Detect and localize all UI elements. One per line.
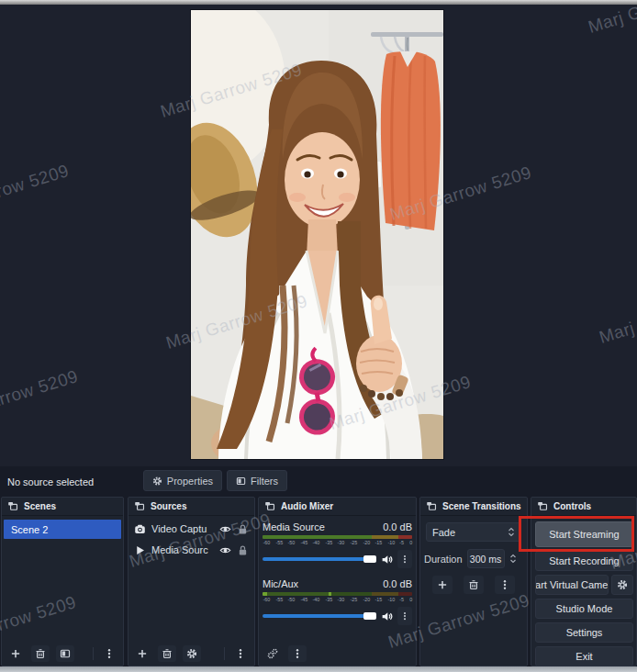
channel-level-db: 0.0 dB [383,521,412,533]
kebab-icon [400,610,409,622]
video-content [191,10,443,459]
duration-stepper[interactable] [509,554,517,564]
filter-icon [236,476,246,487]
remove-scene-button[interactable] [31,645,50,662]
add-scene-button[interactable] [6,645,25,662]
audio-mixer-panel-title: Audio Mixer [281,501,333,511]
meter-tick-label: -25 [350,597,357,602]
meter-tick-label: -55 [275,597,283,602]
chevron-down-icon [509,559,517,564]
start-virtual-camera-button[interactable]: tart Virtual Camer [535,575,609,595]
virtual-camera-settings-button[interactable] [611,575,633,595]
remove-source-button[interactable] [158,645,176,662]
audio-mixer-panel-header[interactable]: Audio Mixer [259,498,416,516]
toolbar-separator [93,647,94,660]
speaker-icon[interactable] [381,610,393,622]
gear-icon [152,476,162,487]
lock-icon[interactable] [237,544,249,556]
kebab-icon [104,648,115,659]
highlight-annotation-start-streaming [519,516,634,552]
gear-icon [617,579,628,590]
sources-toolbar [129,642,254,666]
source-properties-button[interactable] [183,645,201,662]
scene-transitions-panel-header[interactable]: Scene Transitions [420,498,527,516]
sources-panel-header[interactable]: Sources [129,498,254,516]
meter-tick-label: -45 [300,597,307,602]
duration-input[interactable]: 300 ms [467,549,505,568]
meter-tick-label: -50 [288,540,296,545]
plus-icon [10,648,21,659]
start-recording-button[interactable]: Start Recording [535,551,633,571]
meter-tick-label: -30 [338,597,345,602]
audio-mixer-toolbar [259,642,416,666]
lock-icon[interactable] [237,523,249,535]
add-transition-button[interactable] [432,576,453,594]
channel-menu-button[interactable] [397,607,412,625]
eye-icon[interactable] [219,544,231,556]
meter-tick-label: 0 [409,597,412,602]
volume-slider[interactable] [263,614,376,618]
volume-slider-handle[interactable] [363,612,376,620]
transition-select[interactable]: Fade [426,522,521,542]
scene-transitions-panel-title: Scene Transitions [442,501,521,511]
studio-mode-button[interactable]: Studio Mode [535,599,633,619]
preview-status-row: No source selected Properties Filters [0,467,637,495]
transition-menu-button[interactable] [495,576,515,594]
volume-slider-handle[interactable] [363,555,376,563]
controls-panel-title: Controls [553,501,591,511]
properties-button-label: Properties [167,476,213,487]
window-title-bar-edge [0,0,637,5]
dock-icon [426,501,437,511]
status-message: No source selected [7,476,94,487]
settings-button[interactable]: Settings [535,622,633,643]
sources-menu-button[interactable] [231,645,250,662]
scene-filters-button[interactable] [56,645,74,662]
trash-icon [468,579,479,590]
volume-slider[interactable] [263,557,376,561]
transition-selected-value: Fade [432,527,508,538]
dock-icon [264,501,275,511]
scenes-menu-button[interactable] [100,645,118,662]
meter-tick-label: -55 [275,540,283,545]
meter-tick-label: -15 [375,597,383,602]
source-row-video-capture[interactable]: Video Captu [134,521,249,537]
remove-transition-button[interactable] [464,576,484,594]
source-row-media-source[interactable]: Media Sourc [134,542,249,558]
plus-icon [137,648,148,659]
duration-label: Duration [424,554,463,565]
audio-mixer-panel: Audio Mixer Media Source 0.0 dB -60-55-5… [258,497,417,666]
dock-icon [7,501,18,511]
meter-tick-label: -5 [400,597,405,602]
filters-button[interactable]: Filters [227,470,287,491]
transition-select-stepper[interactable] [508,527,515,537]
channel-menu-button[interactable] [397,550,412,568]
play-icon [134,544,146,556]
scenes-panel-header[interactable]: Scenes [2,498,123,516]
eye-icon[interactable] [219,523,231,535]
duration-value: 300 ms [470,554,501,565]
kebab-icon [235,648,246,659]
add-source-button[interactable] [133,645,151,662]
meter-tick-label: -15 [375,540,383,545]
scene-list-item-selected[interactable]: Scene 2 [4,520,121,539]
advanced-audio-button[interactable] [263,645,282,662]
meter-tick-label: -20 [363,540,370,545]
camera-icon [134,523,146,535]
exit-button[interactable]: Exit [535,646,633,666]
meter-tick-labels: -60-55-50-45-40-35-30-25-20-15-10-50 [263,540,412,545]
obs-main-window: No source selected Properties Filters Sc… [0,0,637,672]
scene-item-label: Scene 2 [11,524,48,535]
audio-mixer-menu-button[interactable] [288,645,307,662]
speaker-icon[interactable] [381,554,393,566]
sources-panel-title: Sources [151,501,186,511]
video-preview-frame[interactable] [191,10,443,459]
channel-name: Media Source [263,521,325,533]
meter-tick-label: -60 [263,540,270,545]
controls-panel-header[interactable]: Controls [531,498,636,516]
preview-canvas[interactable] [0,5,637,466]
meter-tick-label: -10 [387,597,395,602]
properties-button[interactable]: Properties [143,470,222,491]
filters-button-label: Filters [251,476,278,487]
settings-label: Settings [566,627,603,638]
chevron-down-icon [508,532,515,537]
